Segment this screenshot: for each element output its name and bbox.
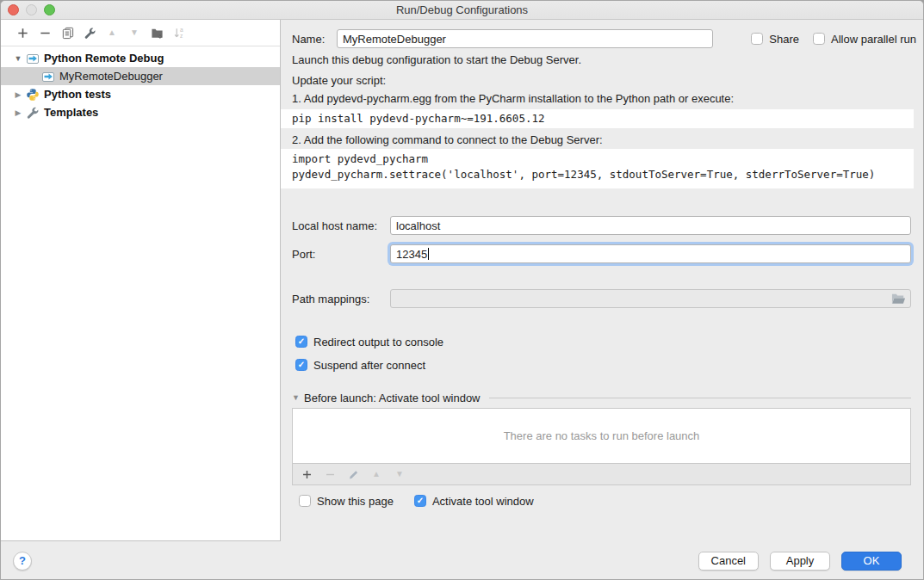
help-button[interactable]: ? bbox=[13, 552, 32, 571]
tree-item-templates[interactable]: ▶ Templates bbox=[1, 103, 280, 121]
redirect-output-label: Redirect output to console bbox=[313, 336, 443, 349]
port-row: Port: bbox=[292, 244, 911, 263]
before-launch-tasks-list[interactable]: There are no tasks to run before launch bbox=[292, 408, 911, 464]
sidebar-toolbar: ▲ ▼ az bbox=[1, 20, 280, 46]
activate-tool-window-label: Activate tool window bbox=[432, 495, 534, 508]
chevron-expanded-icon[interactable]: ▼ bbox=[13, 54, 23, 63]
tasks-toolbar: ▲ ▼ bbox=[292, 464, 911, 485]
run-debug-configurations-dialog: Run/Debug Configurations ▲ ▼ az bbox=[0, 0, 924, 580]
move-down-icon[interactable]: ▼ bbox=[127, 26, 141, 40]
tree-item-label: MyRemoteDebugger bbox=[59, 70, 163, 83]
share-checkbox[interactable]: ✓ bbox=[751, 33, 763, 45]
name-input[interactable] bbox=[337, 29, 713, 48]
show-this-page-label: Show this page bbox=[317, 495, 394, 508]
svg-text:a: a bbox=[179, 27, 183, 33]
tree-item-python-remote-debug[interactable]: ▼ Python Remote Debug bbox=[1, 49, 280, 67]
code-line: pydevd_pycharm.settrace('localhost', por… bbox=[292, 167, 914, 182]
collapse-triangle-icon[interactable]: ▼ bbox=[292, 393, 304, 402]
add-configuration-icon[interactable] bbox=[16, 26, 29, 40]
tree-item-python-tests[interactable]: ▶ Python tests bbox=[1, 85, 280, 103]
local-host-row: Local host name: bbox=[292, 216, 911, 235]
redirect-output-checkbox[interactable]: ✓ bbox=[295, 336, 307, 348]
text-cursor bbox=[428, 248, 429, 260]
remove-task-icon[interactable] bbox=[324, 468, 336, 480]
suspend-after-connect-label: Suspend after connect bbox=[313, 359, 425, 372]
python-icon bbox=[26, 88, 40, 102]
instruction-step1: 1. Add pydevd-pycharm.egg from the PyCha… bbox=[292, 92, 914, 106]
new-folder-icon[interactable] bbox=[150, 26, 164, 40]
suspend-after-connect-row: ✓ Suspend after connect bbox=[292, 358, 425, 372]
allow-parallel-run-label: Allow parallel run bbox=[831, 33, 916, 46]
share-label: Share bbox=[769, 33, 799, 46]
dialog-footer: ? Cancel Apply OK bbox=[1, 541, 923, 580]
show-this-page-checkbox[interactable]: ✓ bbox=[299, 495, 311, 507]
path-mappings-input[interactable] bbox=[390, 289, 911, 308]
tree-item-label: Python tests bbox=[44, 88, 111, 101]
remote-debug-config-icon bbox=[41, 70, 55, 83]
remove-configuration-icon[interactable] bbox=[38, 26, 52, 40]
empty-tasks-message: There are no tasks to run before launch bbox=[504, 429, 700, 442]
configuration-editor: Name: ✓ Share ✓ Allow parallel run Launc… bbox=[281, 20, 924, 541]
local-host-label: Local host name: bbox=[292, 219, 390, 232]
window-title: Run/Debug Configurations bbox=[1, 1, 923, 19]
activate-tool-window-checkbox[interactable]: ✓ bbox=[414, 495, 426, 507]
tree-item-label: Templates bbox=[44, 106, 98, 119]
suspend-after-connect-checkbox[interactable]: ✓ bbox=[295, 359, 307, 371]
before-launch-section-header[interactable]: ▼ Before launch: Activate tool window bbox=[292, 391, 911, 404]
close-window-button[interactable] bbox=[8, 4, 19, 15]
local-host-input[interactable] bbox=[390, 216, 911, 235]
allow-parallel-run-checkbox[interactable]: ✓ bbox=[813, 33, 825, 45]
instruction-update: Update your script: bbox=[292, 74, 914, 88]
move-task-down-icon[interactable]: ▼ bbox=[394, 468, 406, 480]
zoom-window-button[interactable] bbox=[44, 4, 55, 15]
port-input[interactable] bbox=[390, 244, 911, 263]
edit-task-icon[interactable] bbox=[347, 468, 359, 480]
code-line: import pydevd_pycharm bbox=[292, 151, 914, 167]
svg-text:z: z bbox=[179, 33, 182, 39]
traffic-lights bbox=[8, 4, 55, 15]
before-launch-title: Before launch: Activate tool window bbox=[304, 392, 481, 404]
edit-templates-icon[interactable] bbox=[83, 26, 96, 40]
minimize-window-button bbox=[26, 4, 37, 15]
cancel-button[interactable]: Cancel bbox=[698, 552, 759, 571]
redirect-output-row: ✓ Redirect output to console bbox=[292, 335, 443, 349]
configurations-sidebar: ▲ ▼ az ▼ Python Remote Debug bbox=[1, 20, 281, 541]
section-divider bbox=[489, 398, 911, 398]
chevron-collapsed-icon[interactable]: ▶ bbox=[13, 90, 23, 99]
sort-configurations-icon[interactable]: az bbox=[172, 26, 186, 40]
copy-configuration-icon[interactable] bbox=[60, 26, 74, 40]
tree-item-label: Python Remote Debug bbox=[44, 52, 164, 65]
page-options-row: ✓ Show this page ✓ Activate tool window bbox=[292, 494, 534, 508]
remote-debug-config-icon bbox=[26, 52, 40, 65]
move-task-up-icon[interactable]: ▲ bbox=[370, 468, 382, 480]
share-checkbox-row: ✓ Share bbox=[751, 33, 799, 46]
allow-parallel-run-checkbox-row: ✓ Allow parallel run bbox=[813, 33, 916, 46]
path-mappings-label: Path mappings: bbox=[292, 293, 390, 305]
name-label: Name: bbox=[292, 33, 337, 46]
instruction-intro: Launch this debug configuration to start… bbox=[292, 53, 914, 67]
port-label: Port: bbox=[292, 248, 390, 261]
apply-button[interactable]: Apply bbox=[770, 552, 830, 571]
move-up-icon[interactable]: ▲ bbox=[105, 26, 119, 40]
path-mappings-row: Path mappings: bbox=[292, 289, 911, 308]
pip-install-code-block: pip install pydevd-pycharm~=191.6605.12 bbox=[281, 109, 914, 128]
ok-button[interactable]: OK bbox=[841, 552, 902, 571]
configurations-tree: ▼ Python Remote Debug MyRemoteDebugger ▶ bbox=[1, 46, 280, 121]
name-row: Name: ✓ Share ✓ Allow parallel run bbox=[292, 29, 916, 48]
instruction-step2: 2. Add the following command to connect … bbox=[292, 133, 914, 147]
settrace-code-block: import pydevd_pycharm pydevd_pycharm.set… bbox=[281, 149, 914, 188]
wrench-icon bbox=[26, 106, 40, 120]
browse-folder-icon[interactable] bbox=[891, 293, 906, 305]
add-task-icon[interactable] bbox=[301, 468, 313, 480]
titlebar: Run/Debug Configurations bbox=[1, 1, 923, 20]
tree-item-myremotedebugger[interactable]: MyRemoteDebugger bbox=[1, 67, 280, 85]
chevron-collapsed-icon[interactable]: ▶ bbox=[13, 108, 23, 117]
